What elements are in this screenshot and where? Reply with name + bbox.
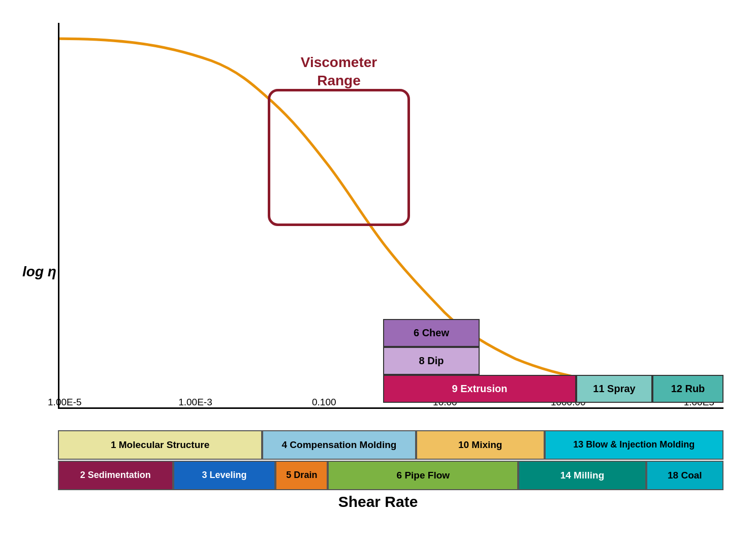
pipe-flow-bar: 6 Pipe Flow xyxy=(328,461,518,490)
spray-bar: 11 Spray xyxy=(576,375,652,403)
blow-injection-bar: 13 Blow & Injection Molding xyxy=(545,430,723,460)
rub-bar: 12 Rub xyxy=(652,375,723,403)
dip-bar: 8 Dip xyxy=(383,347,480,375)
coal-bar: 18 Coal xyxy=(646,461,723,490)
leveling-bar: 3 Leveling xyxy=(173,461,276,490)
chart-container: log η Shear Rate ViscometerRange 1.00E-5… xyxy=(22,23,734,521)
process-row-2: 2 Sedimentation 3 Leveling 5 Drain 6 Pip… xyxy=(58,461,723,490)
molecular-structure-bar: 1 Molecular Structure xyxy=(58,430,262,460)
compensation-molding-bar: 4 Compensation Molding xyxy=(262,430,416,460)
x-axis-label: Shear Rate xyxy=(338,493,418,510)
x-tick-1: 1.00E-5 xyxy=(48,397,82,408)
extrusion-bar: 9 Extrusion xyxy=(383,375,576,403)
mixing-bar: 10 Mixing xyxy=(416,430,545,460)
milling-bar: 14 Milling xyxy=(518,461,646,490)
sedimentation-bar: 2 Sedimentation xyxy=(58,461,173,490)
process-row-1: 1 Molecular Structure 4 Compensation Mol… xyxy=(58,430,723,460)
x-tick-3: 0.100 xyxy=(312,397,336,408)
x-tick-2: 1.00E-3 xyxy=(178,397,212,408)
y-axis-label: log η xyxy=(22,264,56,280)
viscometer-range-box xyxy=(268,89,410,226)
chew-bar: 6 Chew xyxy=(383,319,480,347)
drain-bar: 5 Drain xyxy=(275,461,328,490)
viscometer-range-label: ViscometerRange xyxy=(273,53,405,90)
